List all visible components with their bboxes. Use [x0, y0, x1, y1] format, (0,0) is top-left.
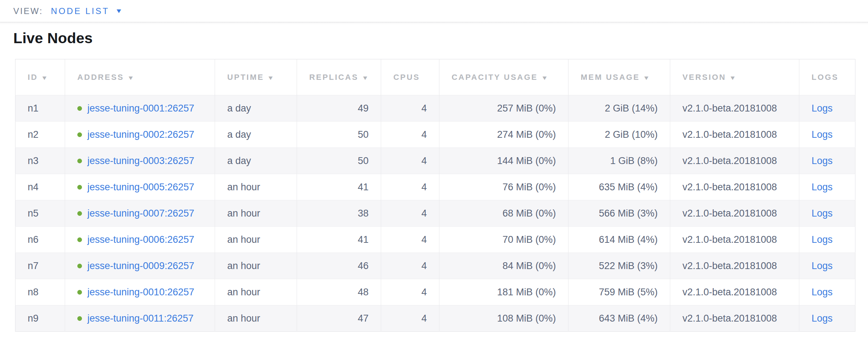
column-label: CPUS — [393, 73, 420, 82]
node-address-link[interactable]: jesse-tuning-0009:26257 — [87, 260, 194, 272]
version-cell: v2.1.0-beta.20181008 — [670, 174, 799, 200]
mem-cell: 566 MiB (3%) — [568, 200, 670, 227]
sort-desc-icon: ▼ — [127, 75, 136, 81]
address-cell: jesse-tuning-0003:26257 — [65, 148, 215, 174]
address-cell: jesse-tuning-0009:26257 — [65, 253, 215, 279]
replicas-cell: 49 — [297, 95, 381, 122]
mem-cell: 1 GiB (8%) — [568, 148, 670, 174]
address-cell-content: jesse-tuning-0003:26257 — [77, 155, 202, 167]
replicas-cell: 47 — [297, 305, 381, 332]
node-healthy-status-icon — [77, 237, 82, 242]
column-header-uptime[interactable]: UPTIME▼ — [215, 59, 297, 95]
id-cell: n4 — [15, 174, 65, 200]
address-cell-content: jesse-tuning-0005:26257 — [77, 182, 202, 193]
uptime-cell: an hour — [215, 279, 297, 305]
column-header-id[interactable]: ID▼ — [15, 59, 65, 95]
node-address-link[interactable]: jesse-tuning-0011:26257 — [87, 313, 193, 324]
id-cell: n7 — [15, 253, 65, 279]
column-header-mem[interactable]: MEM USAGE▼ — [568, 59, 670, 95]
node-address-link[interactable]: jesse-tuning-0007:26257 — [87, 208, 194, 219]
column-header-cpus: CPUS — [381, 59, 439, 95]
cpus-cell: 4 — [381, 279, 439, 305]
page-title: Live Nodes — [13, 30, 868, 46]
capacity-cell: 144 MiB (0%) — [439, 148, 568, 174]
address-cell: jesse-tuning-0011:26257 — [65, 305, 215, 332]
sort-desc-icon: ▼ — [267, 75, 275, 81]
logs-link[interactable]: Logs — [812, 182, 833, 192]
view-selector-dropdown[interactable]: NODE LIST ▼ — [51, 6, 122, 16]
uptime-cell: a day — [215, 122, 297, 148]
mem-cell: 522 MiB (3%) — [568, 253, 670, 279]
id-cell: n2 — [15, 122, 65, 148]
node-healthy-status-icon — [77, 132, 82, 137]
column-header-address[interactable]: ADDRESS▼ — [65, 59, 215, 95]
id-cell: n9 — [15, 305, 65, 332]
sort-desc-icon: ▼ — [541, 75, 549, 81]
node-row: n5jesse-tuning-0007:26257an hour38468 Mi… — [15, 200, 855, 227]
logs-cell: Logs — [799, 95, 855, 122]
view-selected-value: NODE LIST — [51, 6, 110, 16]
id-cell: n3 — [15, 148, 65, 174]
address-cell: jesse-tuning-0002:26257 — [65, 122, 215, 148]
column-header-capacity[interactable]: CAPACITY USAGE▼ — [439, 59, 568, 95]
header-row: ID▼ADDRESS▼UPTIME▼REPLICAS▼CPUSCAPACITY … — [15, 59, 855, 95]
capacity-cell: 257 MiB (0%) — [439, 95, 568, 122]
address-cell: jesse-tuning-0005:26257 — [65, 174, 215, 200]
cpus-cell: 4 — [381, 227, 439, 253]
node-address-link[interactable]: jesse-tuning-0002:26257 — [87, 129, 194, 140]
node-address-link[interactable]: jesse-tuning-0010:26257 — [87, 287, 194, 298]
uptime-cell: a day — [215, 95, 297, 122]
chevron-down-icon: ▼ — [115, 8, 123, 14]
node-row: n6jesse-tuning-0006:26257an hour41470 Mi… — [15, 227, 855, 253]
column-label: REPLICAS — [309, 73, 358, 82]
column-label: CAPACITY USAGE — [452, 73, 538, 82]
cpus-cell: 4 — [381, 200, 439, 227]
logs-link[interactable]: Logs — [812, 287, 833, 297]
logs-cell: Logs — [799, 305, 855, 332]
replicas-cell: 50 — [297, 148, 381, 174]
node-row: n3jesse-tuning-0003:26257a day504144 MiB… — [15, 148, 855, 174]
node-healthy-status-icon — [77, 159, 82, 163]
logs-cell: Logs — [799, 122, 855, 148]
node-row: n1jesse-tuning-0001:26257a day494257 MiB… — [15, 95, 855, 122]
address-cell-content: jesse-tuning-0009:26257 — [77, 260, 202, 272]
logs-link[interactable]: Logs — [812, 155, 833, 166]
column-label: MEM USAGE — [581, 73, 640, 82]
node-address-link[interactable]: jesse-tuning-0005:26257 — [87, 182, 194, 193]
logs-link[interactable]: Logs — [812, 103, 833, 114]
node-address-link[interactable]: jesse-tuning-0001:26257 — [87, 103, 194, 114]
address-cell: jesse-tuning-0010:26257 — [65, 279, 215, 305]
column-label: ID — [28, 73, 38, 82]
logs-link[interactable]: Logs — [812, 208, 833, 219]
column-header-version[interactable]: VERSION▼ — [670, 59, 799, 95]
logs-link[interactable]: Logs — [812, 129, 833, 140]
cpus-cell: 4 — [381, 122, 439, 148]
version-cell: v2.1.0-beta.20181008 — [670, 200, 799, 227]
id-cell: n5 — [15, 200, 65, 227]
uptime-cell: an hour — [215, 200, 297, 227]
replicas-cell: 50 — [297, 122, 381, 148]
table-header: ID▼ADDRESS▼UPTIME▼REPLICAS▼CPUSCAPACITY … — [15, 59, 855, 95]
version-cell: v2.1.0-beta.20181008 — [670, 148, 799, 174]
replicas-cell: 38 — [297, 200, 381, 227]
view-bar: VIEW: NODE LIST ▼ — [0, 0, 868, 22]
address-cell-content: jesse-tuning-0010:26257 — [77, 287, 202, 298]
logs-link[interactable]: Logs — [812, 260, 833, 271]
view-label: VIEW: — [13, 6, 43, 16]
capacity-cell: 181 MiB (0%) — [439, 279, 568, 305]
sort-desc-icon: ▼ — [730, 75, 738, 81]
node-address-link[interactable]: jesse-tuning-0003:26257 — [87, 155, 194, 167]
id-cell: n6 — [15, 227, 65, 253]
logs-link[interactable]: Logs — [812, 234, 833, 245]
column-header-replicas[interactable]: REPLICAS▼ — [297, 59, 381, 95]
version-cell: v2.1.0-beta.20181008 — [670, 279, 799, 305]
version-cell: v2.1.0-beta.20181008 — [670, 227, 799, 253]
node-healthy-status-icon — [77, 316, 82, 321]
logs-link[interactable]: Logs — [812, 313, 833, 324]
version-cell: v2.1.0-beta.20181008 — [670, 253, 799, 279]
cpus-cell: 4 — [381, 253, 439, 279]
address-cell: jesse-tuning-0001:26257 — [65, 95, 215, 122]
uptime-cell: an hour — [215, 174, 297, 200]
capacity-cell: 76 MiB (0%) — [439, 174, 568, 200]
node-address-link[interactable]: jesse-tuning-0006:26257 — [87, 234, 194, 245]
